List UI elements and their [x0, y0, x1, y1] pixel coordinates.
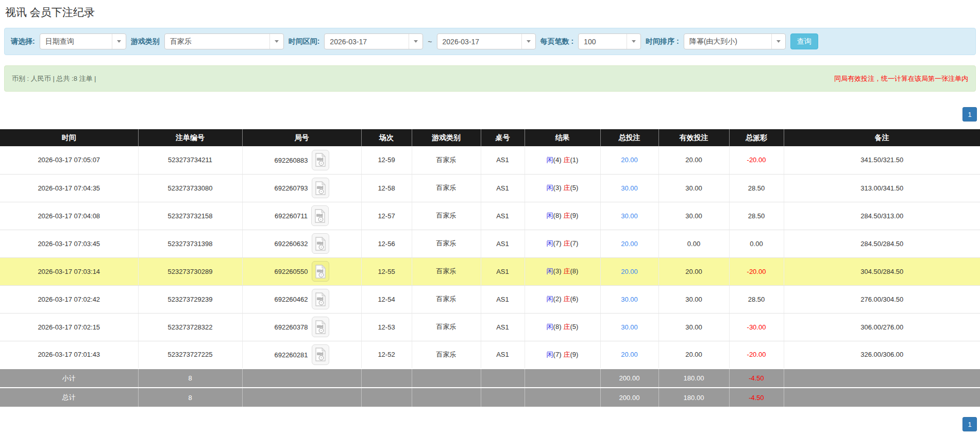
cell-total-bet[interactable]: 20.00 — [600, 230, 658, 257]
video-replay-button[interactable] — [312, 317, 329, 337]
video-file-icon — [315, 265, 326, 279]
video-replay-button[interactable] — [312, 150, 329, 170]
cell-payout: 0.00 — [729, 230, 784, 257]
table-row: 2026-03-17 07:04:08 523273732158 6922607… — [0, 202, 980, 230]
cell-total-bet[interactable]: 20.00 — [600, 146, 658, 174]
cell-round: 692260711 — [242, 202, 361, 230]
header-table-no: 桌号 — [481, 129, 525, 146]
banker-result-value: (9) — [570, 212, 579, 219]
player-result-label: 闲 — [547, 156, 553, 164]
cell-time: 2026-03-17 07:01:43 — [0, 341, 138, 369]
page-size-select[interactable]: 100 — [578, 33, 641, 49]
banker-result-label: 庄 — [564, 156, 570, 164]
cell-time: 2026-03-17 07:03:45 — [0, 230, 138, 257]
cell-time: 2026-03-17 07:05:07 — [0, 146, 138, 174]
date-to-select[interactable]: 2026-03-17 — [437, 33, 536, 49]
banker-result-label: 庄 — [564, 184, 570, 192]
game-type-select[interactable]: 百家乐 — [164, 33, 284, 49]
cell-bet-id: 523273729239 — [138, 285, 242, 313]
round-number: 692260632 — [274, 240, 308, 248]
cell-result: 闲(8)庄(5) — [525, 313, 600, 341]
cell-total-bet[interactable]: 30.00 — [600, 285, 658, 313]
cell-total-bet[interactable]: 20.00 — [600, 341, 658, 369]
round-number: 692260281 — [274, 351, 308, 358]
query-type-select[interactable]: 日期查询 — [40, 33, 126, 49]
sort-order-value: 降幂(由大到小) — [684, 37, 771, 46]
page-1-button[interactable]: 1 — [962, 417, 977, 431]
cell-payout: -20.00 — [729, 257, 784, 285]
cell-bet-id: 523273731398 — [138, 230, 242, 257]
table-body: 2026-03-17 07:05:07 523273734211 6922608… — [0, 146, 980, 369]
cell-table-no: AS1 — [481, 257, 525, 285]
round-number: 692260462 — [274, 296, 308, 303]
cell-total-bet[interactable]: 30.00 — [600, 313, 658, 341]
page-title: 视讯 会员下注纪录 — [0, 0, 980, 26]
cell-time: 2026-03-17 07:02:42 — [0, 285, 138, 313]
cell-payout: 28.50 — [729, 174, 784, 202]
banker-result-label: 庄 — [564, 295, 570, 303]
table-footer: 小计 8 200.00 180.00 -4.50 总计 8 200.00 180… — [0, 369, 980, 407]
table-row: 2026-03-17 07:01:43 523273727225 6922602… — [0, 341, 980, 369]
cell-total-bet[interactable]: 30.00 — [600, 202, 658, 230]
cell-total-bet[interactable]: 30.00 — [600, 174, 658, 202]
total-total-bet: 200.00 — [600, 388, 658, 407]
player-result-value: (7) — [553, 351, 562, 358]
banker-result-label: 庄 — [564, 267, 570, 275]
chevron-down-icon — [269, 34, 283, 49]
date-from-value: 2026-03-17 — [325, 38, 409, 46]
cell-game-type: 百家乐 — [412, 285, 481, 313]
chevron-down-icon — [409, 34, 423, 49]
video-replay-button[interactable] — [312, 261, 329, 282]
page-size-value: 100 — [579, 38, 627, 46]
total-valid-bet: 180.00 — [658, 388, 729, 407]
cell-valid-bet: 30.00 — [658, 174, 729, 202]
banker-result-value: (1) — [570, 156, 579, 164]
table-row: 2026-03-17 07:02:42 523273729239 6922604… — [0, 285, 980, 313]
cell-payout: -20.00 — [729, 146, 784, 174]
cell-time: 2026-03-17 07:03:14 — [0, 257, 138, 285]
cell-total-bet[interactable]: 20.00 — [600, 257, 658, 285]
cell-payout: -20.00 — [729, 341, 784, 369]
video-replay-button[interactable] — [312, 289, 329, 309]
player-result-label: 闲 — [547, 212, 553, 219]
valid-bet-notice: 同局有效投注，统一计算在该局第一张注单内 — [834, 74, 968, 83]
cell-remark: 326.00/306.00 — [784, 341, 980, 369]
video-file-icon — [315, 292, 326, 306]
cell-session: 12-53 — [361, 313, 412, 341]
date-from-select[interactable]: 2026-03-17 — [324, 33, 423, 49]
cell-result: 闲(7)庄(7) — [525, 230, 600, 257]
table-row: 2026-03-17 07:04:35 523273733080 6922607… — [0, 174, 980, 202]
video-replay-button[interactable] — [312, 233, 329, 254]
cell-payout: 28.50 — [729, 285, 784, 313]
cell-table-no: AS1 — [481, 285, 525, 313]
sort-order-select[interactable]: 降幂(由大到小) — [684, 33, 786, 49]
video-file-icon — [315, 153, 326, 167]
video-replay-button[interactable] — [312, 178, 329, 198]
player-result-value: (7) — [553, 239, 562, 247]
banker-result-value: (5) — [570, 323, 579, 331]
banker-result-value: (5) — [570, 184, 579, 192]
subtotal-valid-bet: 180.00 — [658, 369, 729, 388]
table-row: 2026-03-17 07:03:45 523273731398 6922606… — [0, 230, 980, 257]
summary-bar: 币别 : 人民币 | 总共 :8 注单 | 同局有效投注，统一计算在该局第一张注… — [4, 65, 976, 92]
header-round: 局号 — [242, 129, 361, 146]
cell-game-type: 百家乐 — [412, 202, 481, 230]
subtotal-label: 小计 — [0, 369, 138, 388]
video-file-icon — [314, 209, 326, 223]
chevron-down-icon — [521, 34, 535, 49]
search-button[interactable]: 查询 — [790, 33, 818, 49]
banker-result-label: 庄 — [564, 239, 570, 247]
video-replay-button[interactable] — [312, 344, 329, 365]
cell-table-no: AS1 — [481, 230, 525, 257]
page-1-button[interactable]: 1 — [962, 107, 977, 121]
cell-result: 闲(7)庄(9) — [525, 341, 600, 369]
cell-session: 12-58 — [361, 174, 412, 202]
betting-records-page: 视讯 会员下注纪录 请选择: 日期查询 游戏类别 百家乐 时间区间: 2026-… — [0, 0, 980, 434]
video-replay-button[interactable] — [311, 205, 329, 226]
player-result-label: 闲 — [547, 323, 553, 331]
round-number: 692260793 — [274, 184, 308, 192]
game-type-value: 百家乐 — [165, 37, 269, 46]
cell-session: 12-55 — [361, 257, 412, 285]
total-label: 总计 — [0, 388, 138, 407]
banker-result-value: (8) — [570, 267, 579, 275]
